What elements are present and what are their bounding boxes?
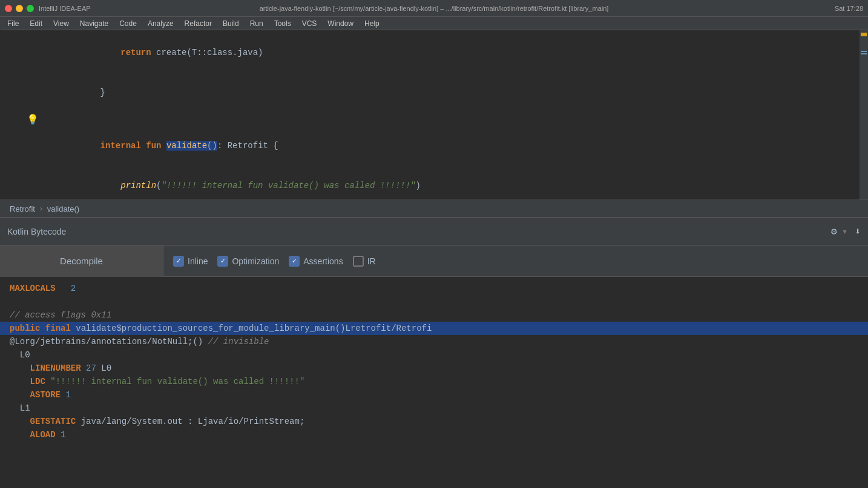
inline-label[interactable]: Inline [188,256,208,266]
menu-tools[interactable]: Tools [269,18,296,29]
traffic-lights[interactable] [5,5,34,12]
lightbulb-icon[interactable]: 💡 [27,114,39,127]
breadcrumb-item-validate[interactable]: validate() [47,204,79,213]
ir-label[interactable]: IR [367,256,376,266]
menu-vcs[interactable]: VCS [297,18,322,29]
breadcrumb-item-retrofit[interactable]: Retrofit [10,204,35,213]
code-line: } [0,73,868,112]
bytecode-title: Kotlin Bytecode [7,227,66,236]
bytecode-line: ALOAD 1 [0,428,868,441]
menu-window[interactable]: Window [323,18,358,29]
main-layout: return create(T::class.java) } 💡 [0,30,868,488]
code-line: println("!!!!!! internal fun validate() … [0,166,868,200]
ir-checkbox[interactable] [353,256,364,267]
window-title: article-java-fiendly-kotlin [~/scm/my/ar… [260,5,609,12]
maximize-button[interactable] [27,5,34,12]
menu-code[interactable]: Code [114,18,142,29]
bytecode-line: LINENUMBER 27 L0 [0,362,868,375]
bytecode-content[interactable]: MAXLOCALS 2 // access flags 0x11 public … [0,277,868,488]
minimize-button[interactable] [16,5,23,12]
code-line: internal fun validate(): Retrofit { [0,126,868,166]
menu-view[interactable]: View [48,18,74,29]
gear-icon[interactable]: ⚙ [831,226,837,238]
bytecode-line: GETSTATIC java/lang/System.out : Ljava/i… [0,415,868,428]
checkmark-icon: ✓ [292,256,297,265]
menu-help[interactable]: Help [360,18,384,29]
checkmark-icon: ✓ [221,256,225,265]
bytecode-line: MAXLOCALS 2 [0,282,868,295]
editor-section: return create(T::class.java) } 💡 [0,30,868,200]
menu-refactor[interactable]: Refactor [180,18,217,29]
bytecode-line: ASTORE 1 [0,388,868,402]
bytecode-line: // access flags 0x11 [0,308,868,322]
checkmark-icon: ✓ [176,256,180,265]
menu-navigate[interactable]: Navigate [75,18,113,29]
breadcrumb-separator: › [39,204,44,213]
bytecode-line: L1 [0,402,868,415]
optimization-label[interactable]: Optimization [232,256,279,266]
ir-checkbox-group: IR [353,256,376,267]
app-name: IntelliJ IDEA-EAP [39,5,91,12]
close-button[interactable] [5,5,12,12]
bytecode-panel-header: Kotlin Bytecode ⚙ ▾ ⬇ [0,218,868,246]
menu-run[interactable]: Run [245,18,268,29]
code-editor[interactable]: return create(T::class.java) } 💡 [0,30,868,200]
inline-checkbox[interactable]: ✓ [173,256,184,267]
optimization-checkbox[interactable]: ✓ [217,256,228,267]
download-icon[interactable]: ⬇ [855,226,861,238]
assertions-checkbox[interactable]: ✓ [289,256,300,267]
scroll-marker-line [861,53,867,54]
menu-analyze[interactable]: Analyze [143,18,179,29]
code-line: return create(T::class.java) [0,33,868,73]
scroll-marker-line [861,51,867,52]
scroll-marker-yellow [861,33,867,36]
menu-build[interactable]: Build [218,18,244,29]
breadcrumb: Retrofit › validate() [0,200,868,218]
inline-checkbox-group: ✓ Inline [173,256,208,267]
bytecode-controls: ⚙ ▾ ⬇ [831,226,861,238]
menubar: File Edit View Navigate Code Analyze Ref… [0,17,868,30]
bytecode-line: LDC "!!!!!! internal fun validate() was … [0,375,868,388]
decompile-button[interactable]: Decompile [0,246,163,277]
menu-edit[interactable]: Edit [25,18,47,29]
editor-scrollbar[interactable] [860,30,868,200]
options-bar: Decompile ✓ Inline ✓ Optimization ✓ [0,246,868,277]
code-line: 💡 [0,112,868,126]
bytecode-line: L0 [0,348,868,362]
assertions-label[interactable]: Assertions [303,256,343,266]
bytecode-line-selected: public final validate$production_sources… [0,322,868,335]
system-time: Sat 17:28 [835,5,863,12]
optimization-checkbox-group: ✓ Optimization [217,256,279,267]
bytecode-line [0,295,868,308]
bytecode-line: @Lorg/jetbrains/annotations/NotNull;() /… [0,335,868,348]
bytecode-section: Kotlin Bytecode ⚙ ▾ ⬇ Decompile ✓ Inline… [0,218,868,488]
titlebar: IntelliJ IDEA-EAP article-java-fiendly-k… [0,0,868,17]
menu-file[interactable]: File [2,18,24,29]
assertions-checkbox-group: ✓ Assertions [289,256,343,267]
